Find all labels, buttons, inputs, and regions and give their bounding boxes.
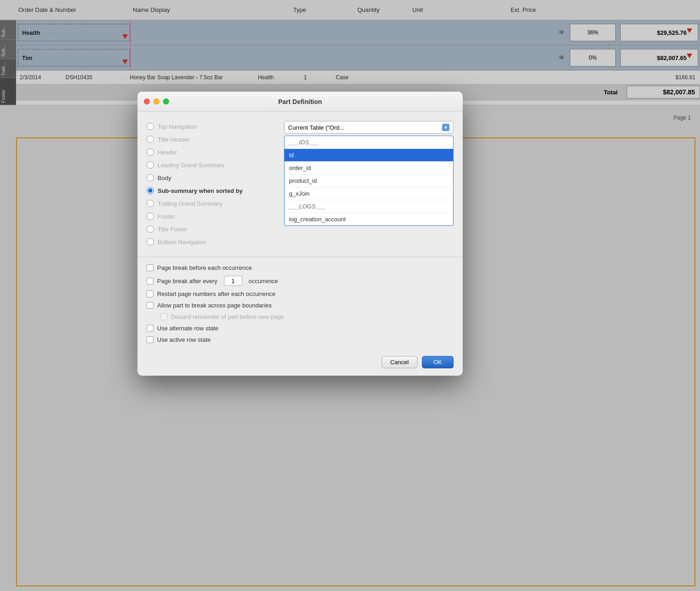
occurrence-suffix: occurrence [249, 278, 278, 285]
radio-label-title-footer: Title Footer [158, 226, 187, 233]
checkbox-page-break-before[interactable]: Page break before each occurrence [147, 264, 454, 271]
radio-btn-top-navigation[interactable] [147, 123, 154, 130]
checkbox-use-active[interactable]: Use active row state [147, 336, 454, 343]
radio-btn-body[interactable] [147, 174, 154, 181]
checkbox-page-break-before-box[interactable] [147, 264, 153, 271]
list-item-order-id[interactable]: order_id [284, 162, 453, 175]
radio-title-footer[interactable]: Title Footer [147, 224, 275, 235]
checkbox-allow-break-box[interactable] [147, 302, 153, 309]
radio-btn-footer[interactable] [147, 213, 154, 220]
radio-btn-leading-grand-summary[interactable] [147, 161, 154, 169]
checkbox-page-break-after[interactable]: Page break after every occurrence [147, 276, 454, 286]
radio-btn-trailing-grand-summary[interactable] [147, 200, 154, 207]
checkbox-allow-break-label: Allow part to break across page boundari… [157, 302, 272, 309]
list-item-g-xjoin[interactable]: g_xJoin [284, 187, 453, 200]
page-break-after-input[interactable] [224, 276, 242, 286]
list-item-log-creation-account[interactable]: log_creation_account [284, 213, 453, 225]
radio-header[interactable]: Header [147, 147, 275, 158]
dialog-title: Part Definition [278, 98, 322, 105]
checkbox-allow-break[interactable]: Allow part to break across page boundari… [147, 302, 454, 309]
radio-label-leading-grand-summary: Leading Grand Summary [158, 162, 224, 169]
list-item-logs[interactable]: ___LOGS___ [284, 200, 453, 213]
window-buttons [144, 98, 169, 104]
ok-button[interactable]: OK [422, 356, 454, 368]
checkbox-use-alternate-label: Use alternate row state [157, 325, 219, 332]
checkbox-use-alternate[interactable]: Use alternate row state [147, 325, 454, 332]
radio-btn-bottom-navigation[interactable] [147, 238, 154, 246]
radio-top-navigation[interactable]: Top Navigation [147, 121, 275, 132]
checkbox-discard-remainder: Discard remainder of part before new pag… [147, 313, 454, 320]
radio-label-trailing-grand-summary: Trailing Grand Summary [158, 200, 222, 207]
checkbox-restart-page-label: Restart page numbers after each occurren… [157, 290, 275, 297]
list-item-ids[interactable]: ___IDS___ [284, 136, 453, 149]
checkbox-use-active-box[interactable] [147, 336, 153, 343]
radio-leading-grand-summary[interactable]: Leading Grand Summary [147, 159, 275, 170]
checkbox-use-alternate-box[interactable] [147, 325, 153, 332]
checkbox-use-active-label: Use active row state [157, 336, 211, 343]
radio-label-bottom-navigation: Bottom Navigation [158, 239, 206, 246]
checkbox-discard-remainder-label: Discard remainder of part before new pag… [171, 313, 284, 320]
radio-label-footer: Footer [158, 213, 175, 220]
list-item-id[interactable]: id [284, 149, 453, 162]
radio-label-sub-summary: Sub-summary when sorted by [158, 187, 243, 194]
list-item-product-id[interactable]: product_id [284, 175, 453, 187]
checkbox-page-break-before-label: Page break before each occurrence [157, 264, 252, 271]
minimize-button[interactable] [153, 98, 159, 104]
radio-title-header[interactable]: Title Header [147, 134, 275, 145]
part-definition-dialog: Part Definition Top Navigation Title Hea… [137, 92, 463, 376]
radio-label-body: Body [158, 175, 171, 181]
dialog-titlebar: Part Definition [137, 92, 463, 112]
checkbox-page-break-after-box[interactable] [147, 278, 153, 285]
radio-label-top-navigation: Top Navigation [158, 123, 197, 130]
dropdown-arrow-icon: ▼ [442, 124, 449, 131]
radio-btn-title-footer[interactable] [147, 225, 154, 233]
radio-btn-header[interactable] [147, 148, 154, 156]
right-panel: Current Table ("Ord... ▼ ___IDS___ id or… [284, 121, 454, 247]
radio-sub-summary[interactable]: Sub-summary when sorted by [147, 185, 275, 196]
dropdown-label: Current Table ("Ord... [288, 124, 345, 131]
radio-btn-title-header[interactable] [147, 136, 154, 143]
table-dropdown[interactable]: Current Table ("Ord... ▼ [284, 121, 454, 134]
close-button[interactable] [144, 98, 150, 104]
checkbox-discard-remainder-box [160, 313, 167, 320]
radio-panel: Top Navigation Title Header Header Leadi… [147, 121, 275, 247]
radio-bottom-navigation[interactable]: Bottom Navigation [147, 236, 275, 247]
radio-footer[interactable]: Footer [147, 211, 275, 222]
radio-label-header: Header [158, 149, 177, 156]
options-panel: Page break before each occurrence Page b… [137, 257, 463, 350]
radio-btn-sub-summary[interactable] [147, 187, 154, 194]
radio-body[interactable]: Body [147, 172, 275, 183]
maximize-button[interactable] [163, 98, 169, 104]
radio-label-title-header: Title Header [158, 136, 190, 143]
sort-field-listbox: ___IDS___ id order_id product_id g_xJoin… [284, 136, 454, 226]
cancel-button[interactable]: Cancel [382, 356, 417, 368]
dialog-buttons: Cancel OK [137, 350, 463, 376]
checkbox-restart-page-box[interactable] [147, 290, 153, 297]
radio-trailing-grand-summary[interactable]: Trailing Grand Summary [147, 198, 275, 209]
dialog-content: Top Navigation Title Header Header Leadi… [137, 112, 463, 257]
checkbox-restart-page[interactable]: Restart page numbers after each occurren… [147, 290, 454, 297]
checkbox-page-break-after-label: Page break after every [157, 278, 218, 285]
